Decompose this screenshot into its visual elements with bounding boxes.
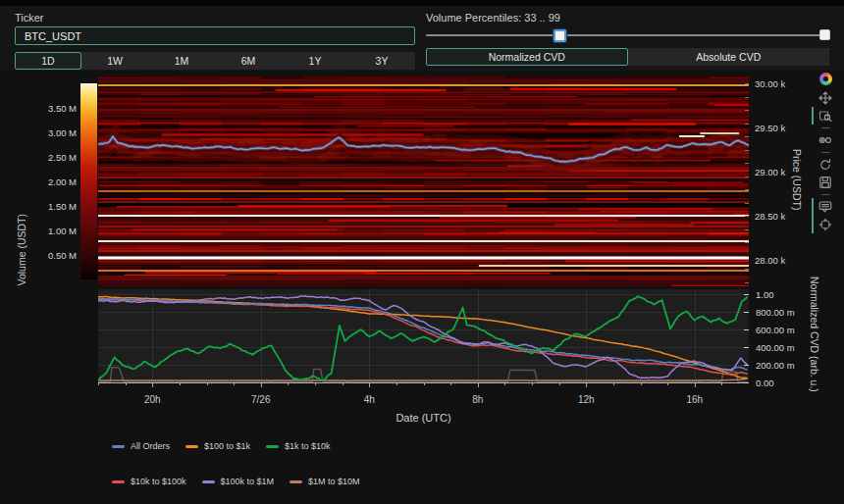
plotly-logo-icon[interactable] [819, 73, 832, 85]
cvd-axis-title: Normalized CVD (arb. u.) [809, 277, 820, 392]
legend-swatch [290, 480, 302, 483]
ticker-label: Ticker [15, 12, 415, 24]
legend-label: $100k to $1M [221, 477, 275, 486]
slider-handle-high[interactable] [819, 29, 830, 40]
slider-handle-low[interactable] [554, 29, 566, 42]
range-button-group: 1D1W1M6M1Y3Y [15, 52, 415, 70]
cvd-tick-label: 0.00 [756, 378, 774, 388]
slider-track[interactable] [426, 34, 829, 36]
legend-item[interactable]: $100 to $1k [185, 441, 250, 451]
date-tick-label: 20h [131, 394, 174, 405]
colorbar-tick-label: 1.50 M [18, 201, 77, 212]
colorbar-tick-label: 0.50 M [18, 250, 77, 261]
legend-item[interactable]: $10k to $100k [112, 477, 186, 486]
ticker-input[interactable] [15, 26, 415, 45]
legend-swatch [112, 445, 125, 448]
price-tick-label: 30.00 k [755, 78, 785, 89]
legend-label: $1M to $10M [308, 477, 360, 486]
legend-swatch [202, 480, 215, 483]
cvd-tick-label: 600.00 m [756, 325, 795, 335]
download-icon[interactable] [818, 176, 832, 189]
legend-label: $100 to $1k [204, 441, 250, 451]
modebar-separator [821, 194, 830, 195]
modebar-separator [821, 152, 830, 153]
cvd-lines-canvas[interactable] [98, 289, 749, 389]
box-zoom-icon[interactable] [818, 109, 832, 123]
range-button-1m[interactable]: 1M [148, 52, 215, 70]
autoscale-icon[interactable] [818, 158, 832, 172]
legend-swatch [112, 480, 125, 483]
pan-icon[interactable] [818, 91, 832, 105]
price-tick-label: 29.00 k [755, 167, 785, 177]
colorbar-tick-label: 1.00 M [18, 226, 77, 236]
range-button-3y[interactable]: 3Y [348, 52, 415, 70]
legend-row-1: All Orders$100 to $1k$1k to $10k [112, 441, 331, 451]
date-tick-label: 16h [673, 394, 716, 405]
top-strip [0, 0, 844, 6]
volume-percentile-slider [426, 28, 829, 42]
colorbar-tick-label: 3.00 M [18, 127, 77, 138]
price-tick-label: 29.50 k [755, 123, 785, 133]
percentile-panel: Volume Percentiles: 33 .. 99 Normalized … [426, 12, 829, 66]
price-tick-label: 28.00 k [755, 255, 785, 266]
cvd-tick-label: 1.00 [756, 289, 774, 300]
legend-swatch [185, 445, 198, 448]
date-tick-label: 12h [564, 394, 607, 405]
legend-item[interactable]: $1k to $10k [266, 441, 331, 451]
colorbar-tick-label: 2.00 M [18, 176, 77, 187]
range-button-1w[interactable]: 1W [81, 52, 148, 70]
legend-swatch [266, 445, 279, 448]
range-button-1y[interactable]: 1Y [282, 52, 348, 70]
date-tick-label: 8h [456, 394, 500, 405]
modebar-separator [821, 127, 830, 128]
zoom-in-out-icon[interactable] [818, 133, 832, 147]
crosshair-icon[interactable] [818, 218, 832, 231]
legend-label: $1k to $10k [285, 441, 331, 451]
app-root: Ticker 1D1W1M6M1Y3Y Volume Percentiles: … [0, 0, 844, 504]
plotly-modebar [815, 73, 836, 235]
ticker-panel: Ticker 1D1W1M6M1Y3Y [15, 12, 415, 70]
date-axis-title: Date (UTC) [98, 412, 749, 424]
price-tick-label: 28.50 k [755, 211, 785, 222]
volume-heatmap-canvas[interactable] [98, 76, 749, 286]
legend-label: All Orders [131, 441, 170, 451]
legend-label: $10k to $100k [131, 477, 186, 486]
range-button-6m[interactable]: 6M [215, 52, 282, 70]
colorbar-tick-label: 3.50 M [18, 103, 77, 114]
volume-colorbar [80, 83, 97, 279]
legend-item[interactable]: All Orders [112, 441, 170, 451]
date-tick-label: 7/26 [239, 394, 283, 405]
cvd-toggle-group: Normalized CVDAbsolute CVD [426, 48, 829, 66]
legend-row-2: $10k to $100k$100k to $1M$1M to $10M [112, 477, 360, 486]
range-button-1d[interactable]: 1D [15, 52, 81, 70]
tooltip-icon[interactable] [818, 200, 832, 214]
cvd-tick-label: 400.00 m [756, 342, 795, 353]
cvd-toggle-normalized-cvd[interactable]: Normalized CVD [426, 48, 628, 66]
date-tick-label: 4h [347, 394, 391, 405]
colorbar-tick-label: 2.50 M [18, 152, 77, 163]
chart-area: Volume (USDT) 3.50 M3.00 M2.50 M2.00 M1.… [0, 71, 844, 504]
cvd-tick-label: 800.00 m [756, 307, 795, 318]
legend-item[interactable]: $100k to $1M [202, 477, 275, 486]
cvd-tick-label: 200.00 m [756, 360, 795, 371]
price-axis-title: Price (USDT) [791, 149, 803, 210]
cvd-toggle-absolute-cvd[interactable]: Absolute CVD [628, 48, 830, 66]
volume-percentiles-label: Volume Percentiles: 33 .. 99 [426, 12, 829, 24]
legend-item[interactable]: $1M to $10M [290, 477, 360, 486]
